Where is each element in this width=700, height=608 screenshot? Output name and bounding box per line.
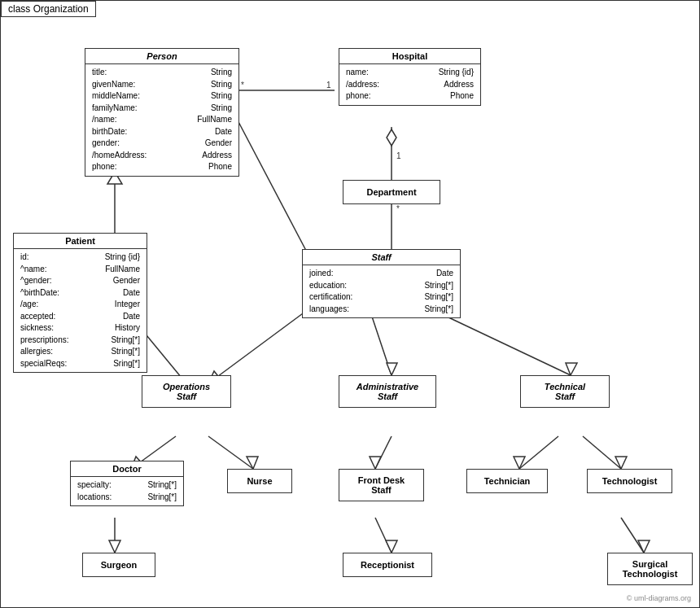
diagram-container: class Organization	[0, 0, 700, 608]
nurse-title: Nurse	[228, 474, 291, 488]
svg-marker-30	[638, 540, 650, 553]
hospital-attrs: name:String {id} /address:Address phone:…	[339, 64, 480, 105]
hospital-title: Hospital	[339, 49, 480, 64]
nurse-class: Nurse	[227, 469, 292, 493]
svg-marker-12	[387, 363, 397, 375]
technologist-class: Technologist	[587, 469, 672, 493]
doctor-attrs: specialty:String[*] locations:String[*]	[71, 477, 183, 505]
operations-staff-class: OperationsStaff	[142, 375, 231, 408]
svg-line-23	[583, 436, 621, 469]
front-desk-title: Front DeskStaff	[339, 473, 423, 497]
hospital-class: Hospital name:String {id} /address:Addre…	[339, 48, 481, 106]
department-title: Department	[343, 185, 440, 199]
staff-attrs: joined:Date education:String[*] certific…	[303, 265, 460, 317]
technical-staff-class: TechnicalStaff	[520, 375, 610, 408]
mult-hospital-dept: 1	[396, 151, 401, 160]
administrative-staff-title: AdministrativeStaff	[339, 379, 435, 404]
svg-line-21	[519, 436, 558, 469]
svg-marker-20	[370, 457, 381, 469]
svg-marker-18	[247, 457, 258, 469]
svg-line-17	[208, 436, 253, 469]
operations-staff-title: OperationsStaff	[142, 379, 230, 404]
administrative-staff-class: AdministrativeStaff	[339, 375, 436, 408]
svg-marker-24	[615, 457, 627, 469]
svg-line-29	[621, 518, 644, 553]
department-class: Department	[343, 180, 440, 204]
svg-marker-28	[386, 540, 397, 553]
patient-class: Patient id:String {id} ^name:FullName ^g…	[13, 233, 147, 373]
svg-marker-22	[514, 457, 525, 469]
person-class: Person title:String givenName:String mid…	[85, 48, 239, 177]
svg-marker-14	[566, 363, 577, 375]
surgeon-class: Surgeon	[82, 553, 155, 577]
technician-title: Technician	[467, 474, 547, 488]
doctor-class: Doctor specialty:String[*] locations:Str…	[70, 461, 184, 506]
person-title: Person	[85, 49, 238, 64]
receptionist-title: Receptionist	[343, 558, 431, 572]
surgeon-title: Surgeon	[83, 558, 155, 572]
person-attrs: title:String givenName:String middleName…	[85, 64, 238, 176]
technologist-title: Technologist	[588, 474, 672, 488]
doctor-title: Doctor	[71, 461, 183, 477]
watermark: © uml-diagrams.org	[627, 594, 691, 602]
surgical-technologist-title: SurgicalTechnologist	[608, 557, 692, 581]
patient-title: Patient	[14, 234, 147, 249]
patient-attrs: id:String {id} ^name:FullName ^gender:Ge…	[14, 249, 147, 372]
mult-person-hospital-left: *	[241, 81, 244, 90]
diagram-title: class Organization	[1, 1, 96, 17]
receptionist-class: Receptionist	[343, 553, 432, 577]
technical-staff-title: TechnicalStaff	[521, 379, 609, 404]
svg-line-6	[237, 119, 313, 263]
mult-dept-star: *	[396, 204, 400, 213]
surgical-technologist-class: SurgicalTechnologist	[607, 553, 693, 585]
svg-marker-26	[109, 540, 120, 553]
svg-line-27	[375, 518, 392, 553]
svg-line-19	[375, 436, 392, 469]
svg-marker-2	[387, 129, 396, 146]
staff-title: Staff	[303, 250, 460, 265]
technician-class: Technician	[466, 469, 548, 493]
front-desk-class: Front DeskStaff	[339, 469, 424, 501]
staff-class: Staff joined:Date education:String[*] ce…	[302, 249, 461, 318]
mult-person-hospital-right: 1	[326, 81, 331, 90]
